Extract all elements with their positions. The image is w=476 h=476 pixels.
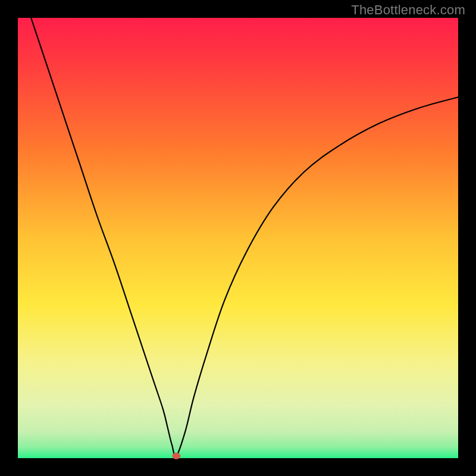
watermark-label: TheBottleneck.com <box>351 2 465 18</box>
plot-background <box>18 18 458 458</box>
optimal-point-marker <box>172 453 180 459</box>
chart-svg <box>0 0 476 476</box>
chart-frame: { "watermark": "TheBottleneck.com", "col… <box>0 0 476 476</box>
